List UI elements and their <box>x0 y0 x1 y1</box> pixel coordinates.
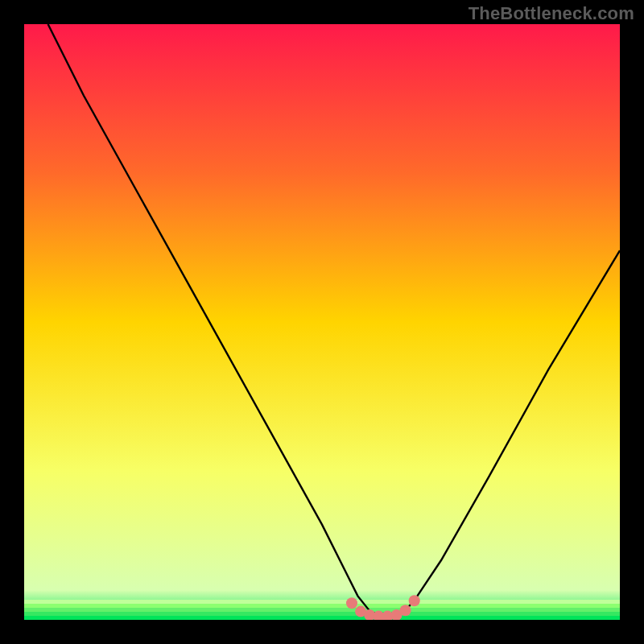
band-stripe <box>24 600 620 604</box>
watermark-text: TheBottleneck.com <box>469 3 634 24</box>
band-stripe <box>24 604 620 608</box>
marker-dot <box>400 605 411 616</box>
bottleneck-chart <box>0 0 644 644</box>
marker-dot <box>409 595 420 606</box>
bottom-bands <box>24 600 620 620</box>
chart-container: { "watermark": "TheBottleneck.com", "cha… <box>0 0 644 644</box>
band-stripe <box>24 616 620 620</box>
band-stripe <box>24 612 620 616</box>
plot-background <box>24 24 620 620</box>
band-stripe <box>24 608 620 612</box>
marker-dot <box>346 597 357 609</box>
